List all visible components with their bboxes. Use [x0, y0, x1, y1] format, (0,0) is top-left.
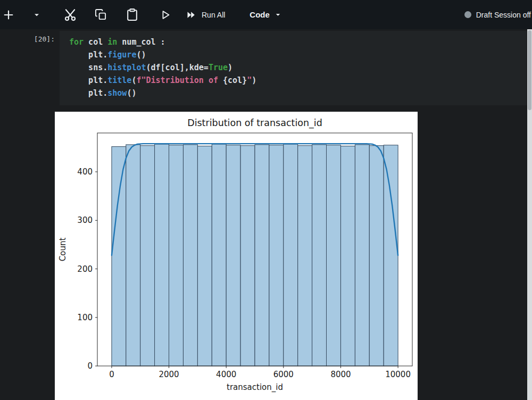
code-token: ): [252, 76, 256, 85]
code-token: ": [247, 76, 252, 85]
run-cell-button[interactable]: [159, 8, 172, 22]
code-token: plt.: [69, 50, 107, 60]
histogram-bar: [197, 146, 212, 366]
chart-title: Distribution of transaction_id: [187, 118, 322, 129]
x-axis-label: transaction_id: [227, 382, 283, 393]
play-icon: [160, 9, 171, 21]
y-tick-label: 400: [77, 167, 93, 177]
histogram-bar: [226, 145, 240, 366]
notebook-content: [20]: for col in num_col : plt.figure() …: [0, 29, 532, 400]
histogram-bar: [355, 145, 369, 366]
code-token: sns.: [69, 63, 107, 72]
code-token: for: [69, 37, 84, 47]
code-token: figure: [107, 50, 136, 60]
x-tick-label: 6000: [273, 370, 294, 379]
histogram-bar: [312, 145, 327, 366]
chevron-down-icon: [274, 11, 282, 19]
notebook-toolbar: Run All Code Draft Session off: [0, 0, 532, 29]
histogram-bar: [184, 145, 198, 366]
code-token: in: [107, 37, 117, 47]
session-status-label: Draft Session off: [476, 11, 531, 19]
copy-cell-button[interactable]: [94, 8, 107, 22]
code-token: col: [84, 37, 107, 47]
execution-count: [20]:: [0, 31, 60, 105]
scrollbar-track[interactable]: [527, 29, 532, 400]
x-tick-label: 2000: [159, 370, 179, 379]
code-line: for col in num_col :: [69, 36, 527, 48]
session-status: Draft Session off: [464, 11, 531, 19]
cell-type-label: Code: [250, 10, 270, 19]
code-token: plt.: [69, 88, 107, 98]
insert-cell-dropdown[interactable]: [31, 9, 43, 21]
histogram-bar: [169, 145, 184, 366]
code-token: f"Distribution of: [136, 76, 223, 85]
code-lines: for col in num_col : plt.figure() sns.hi…: [69, 36, 527, 99]
code-editor[interactable]: for col in num_col : plt.figure() sns.hi…: [60, 31, 527, 105]
y-tick-label: 100: [77, 313, 93, 322]
insert-cell-button[interactable]: [2, 9, 15, 21]
run-all-label: Run All: [202, 11, 225, 19]
session-status-dot-icon: [464, 11, 471, 18]
code-token: ): [228, 63, 232, 72]
code-token: show: [107, 88, 127, 98]
code-line: sns.histplot(df[col],kde=True): [69, 61, 527, 74]
cell-output-figure: 02000400060008000100000100200300400Distr…: [55, 112, 418, 400]
histogram-bar: [284, 144, 298, 366]
histogram-bar: [155, 144, 169, 366]
run-all-button[interactable]: Run All: [186, 10, 225, 20]
histogram-bar: [269, 145, 284, 366]
fast-forward-icon: [186, 10, 197, 20]
y-tick-label: 200: [77, 264, 93, 274]
y-axis-label: Count: [58, 238, 68, 262]
code-token: histplot: [107, 63, 146, 72]
histogram-bar: [112, 147, 126, 366]
histogram-bar: [369, 146, 384, 366]
histogram-bar: [298, 146, 312, 366]
y-tick-label: 300: [77, 215, 93, 225]
code-token: {col}: [223, 76, 247, 85]
code-cell-row: [20]: for col in num_col : plt.figure() …: [0, 29, 532, 105]
x-tick-label: 0: [109, 370, 114, 379]
x-tick-label: 4000: [216, 370, 236, 379]
cut-cell-button[interactable]: [63, 8, 77, 22]
code-token: plt.: [69, 76, 107, 85]
histogram-bar: [384, 145, 398, 366]
histogram-bar: [126, 145, 140, 366]
plus-icon: [3, 9, 14, 21]
x-tick-label: 8000: [330, 370, 351, 379]
chevron-down-icon: [32, 11, 41, 19]
code-token: True: [209, 63, 228, 72]
scissors-icon: [63, 8, 77, 22]
code-token: (): [136, 50, 146, 60]
paste-cell-button[interactable]: [125, 8, 139, 22]
y-tick-label: 0: [87, 361, 93, 371]
code-token: num_col :: [117, 37, 165, 47]
histogram-bar: [341, 146, 355, 366]
code-token: (df[col],kde=: [146, 63, 209, 72]
code-token: (): [127, 88, 136, 98]
clipboard-icon: [126, 8, 139, 21]
code-line: plt.title(f"Distribution of {col}"): [69, 74, 527, 87]
code-line: plt.show(): [69, 87, 527, 99]
histogram-bar: [212, 144, 226, 366]
code-line: plt.figure(): [69, 48, 527, 61]
cell-type-dropdown[interactable]: Code: [250, 10, 282, 19]
histogram-bar: [255, 145, 269, 366]
x-tick-label: 10000: [385, 370, 411, 379]
histogram-bar: [327, 145, 341, 366]
output-chart-svg: 02000400060008000100000100200300400Distr…: [55, 112, 418, 400]
copy-icon: [95, 9, 107, 21]
histogram-bar: [140, 146, 155, 366]
scrollbar-thumb[interactable]: [528, 30, 531, 110]
histogram-bar: [240, 146, 255, 366]
code-token: title: [107, 76, 131, 85]
